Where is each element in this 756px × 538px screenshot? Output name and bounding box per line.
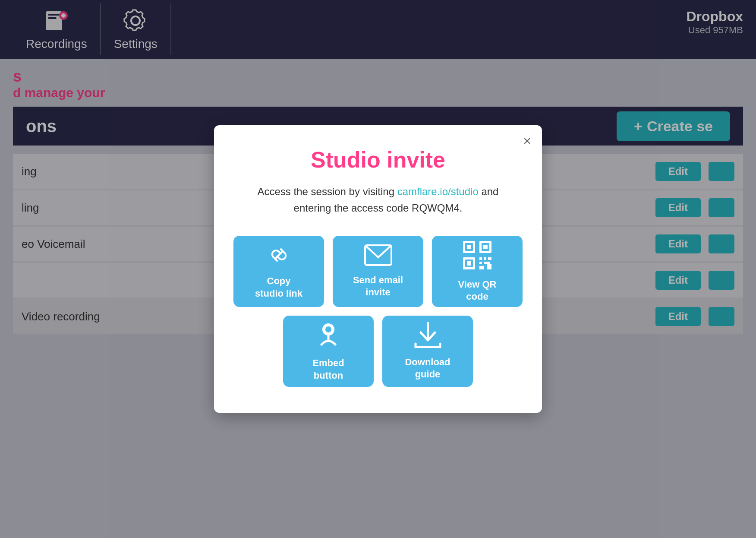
email-icon [364, 244, 392, 269]
modal-title: Studio invite [240, 147, 516, 173]
svg-rect-18 [488, 257, 491, 260]
embed-icon [315, 321, 341, 352]
svg-rect-19 [479, 262, 482, 264]
modal-buttons-grid: Copystudio link Send emailinvite [240, 236, 516, 387]
description-part1: Access the session by visiting [258, 186, 397, 197]
download-icon [414, 322, 442, 351]
svg-rect-22 [487, 264, 491, 269]
svg-rect-15 [467, 261, 471, 266]
modal-description: Access the session by visiting camflare.… [240, 184, 516, 217]
modal-buttons-row1: Copystudio link Send emailinvite [233, 236, 523, 307]
svg-rect-12 [483, 245, 488, 249]
link-icon [267, 243, 291, 270]
view-qr-code-label: View QRcode [458, 278, 497, 303]
svg-rect-16 [479, 257, 482, 260]
studio-link[interactable]: camflare.io/studio [397, 186, 479, 197]
download-guide-button[interactable]: Downloadguide [382, 316, 473, 387]
copy-studio-link-button[interactable]: Copystudio link [233, 236, 324, 307]
modal-close-button[interactable]: × [523, 134, 531, 148]
svg-rect-21 [479, 266, 484, 269]
embed-button-button[interactable]: Embedbutton [283, 316, 374, 387]
studio-invite-modal: × Studio invite Access the session by vi… [214, 125, 542, 413]
send-email-invite-label: Send emailinvite [353, 274, 403, 299]
copy-studio-link-label: Copystudio link [255, 275, 302, 300]
qr-code-icon [462, 240, 492, 273]
modal-overlay: × Studio invite Access the session by vi… [0, 0, 756, 538]
download-guide-label: Downloadguide [405, 356, 450, 381]
svg-rect-9 [467, 245, 471, 249]
svg-rect-20 [484, 262, 490, 264]
view-qr-code-button[interactable]: View QRcode [432, 236, 523, 307]
send-email-invite-button[interactable]: Send emailinvite [333, 236, 423, 307]
embed-button-label: Embedbutton [312, 357, 344, 382]
svg-rect-17 [484, 257, 486, 260]
svg-point-24 [325, 326, 331, 332]
modal-buttons-row2: Embedbutton Downloadguide [283, 316, 473, 387]
